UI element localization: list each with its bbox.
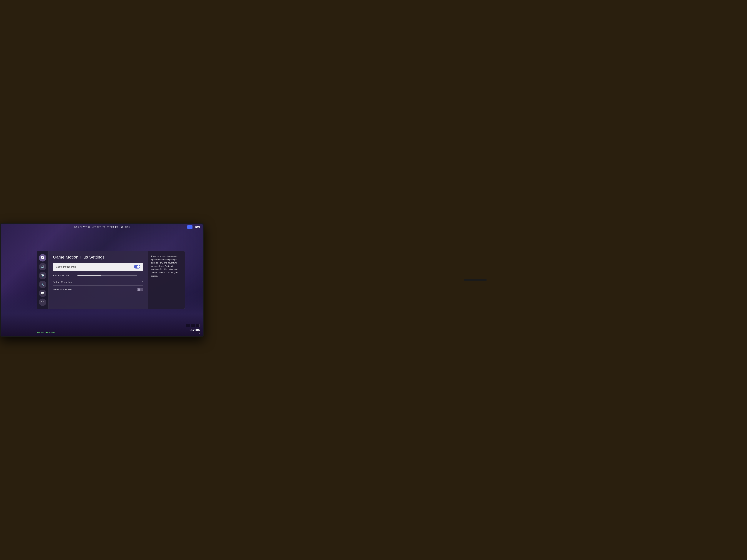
hud-plus-icon: + — [37, 331, 38, 334]
led-clear-motion-label: LED Clear Motion — [53, 288, 75, 291]
judder-reduction-label: Judder Reduction — [53, 281, 75, 284]
hud-item-icon-3 — [196, 324, 200, 327]
slider-rows: Blur Reduction 0 Judder Reduction — [53, 272, 143, 293]
broadcast-icon: 📡 — [41, 274, 44, 277]
hud-player-tag: + [Luso]LMPCardoso ★ — [37, 331, 56, 334]
game-motion-plus-label: Game Motion Plus — [56, 265, 76, 268]
sidebar-item-privacy[interactable]: 🛡 — [39, 298, 46, 306]
sidebar-item-broadcast[interactable]: 📡 — [39, 272, 46, 279]
info-panel: Enhance screen sharpness to optimise fas… — [148, 251, 185, 309]
blur-reduction-label: Blur Reduction — [53, 274, 75, 277]
led-clear-motion-row[interactable]: LED Clear Motion — [53, 286, 143, 293]
support-icon: 💬 — [41, 292, 45, 295]
hud-top-bar: 1/10 PLAYERS NEEDED TO START ROUND 0/10 — [74, 226, 130, 228]
blur-reduction-fill — [77, 275, 101, 276]
picture-icon: 🖼 — [41, 256, 44, 260]
sidebar-item-support[interactable]: 💬 — [39, 290, 46, 297]
hud-ammo-count: 26/104 — [186, 328, 200, 332]
judder-reduction-fill — [77, 282, 101, 283]
sidebar-item-settings[interactable]: 🔧 — [39, 281, 46, 288]
wrench-icon: 🔧 — [41, 283, 45, 286]
sidebar: 🖼 🔊 📡 🔧 💬 🛡 — [37, 251, 49, 309]
hdmi-label: HDMI — [194, 225, 200, 228]
hud-sub-ammo: 1 — [186, 332, 200, 334]
judder-reduction-track[interactable] — [77, 282, 137, 283]
sidebar-item-picture[interactable]: 🖼 — [39, 254, 46, 262]
game-motion-plus-toggle[interactable] — [134, 265, 140, 268]
settings-content: Game Motion Plus Settings Game Motion Pl… — [49, 251, 148, 309]
game-motion-plus-row[interactable]: Game Motion Plus — [53, 263, 143, 271]
info-description: Enhance screen sharpness to optimise fas… — [151, 255, 181, 277]
led-clear-motion-toggle[interactable] — [137, 288, 143, 291]
settings-title: Game Motion Plus Settings — [53, 255, 143, 260]
hud-item-icon-1 — [186, 324, 190, 327]
hud-top-text: 1/10 PLAYERS NEEDED TO START ROUND 0/10 — [74, 226, 130, 228]
shield-icon: 🛡 — [41, 300, 44, 304]
hdmi-icon — [187, 225, 192, 229]
main-panel: Game Motion Plus Settings Game Motion Pl… — [49, 251, 185, 309]
hud-item-icons — [186, 324, 200, 327]
tv-menu: 🖼 🔊 📡 🔧 💬 🛡 — [37, 251, 185, 309]
tv-stand — [464, 279, 487, 281]
hdmi-badge: HDMI — [187, 225, 200, 229]
hud-bottom-right: 26/104 1 — [186, 324, 200, 334]
tv-frame: 1/10 PLAYERS NEEDED TO START ROUND 0/10 … — [0, 223, 204, 338]
judder-reduction-value: 0 — [139, 281, 143, 284]
blur-reduction-value: 0 — [139, 274, 143, 277]
hud-item-icon-2 — [191, 324, 195, 327]
sound-icon: 🔊 — [41, 265, 45, 268]
tv-screen: 1/10 PLAYERS NEEDED TO START ROUND 0/10 … — [1, 224, 203, 336]
player-name: [Luso]LMPCardoso ★ — [39, 331, 56, 334]
judder-reduction-row[interactable]: Judder Reduction 0 — [53, 279, 143, 286]
sidebar-item-sound[interactable]: 🔊 — [39, 263, 46, 270]
blur-reduction-row[interactable]: Blur Reduction 0 — [53, 272, 143, 279]
blur-reduction-track[interactable] — [77, 275, 137, 276]
